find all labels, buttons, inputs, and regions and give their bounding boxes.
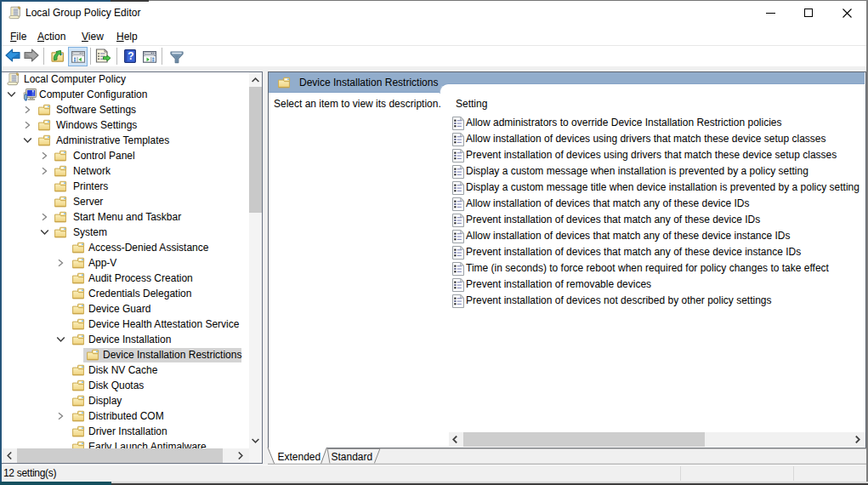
svg-text:Extended: Extended	[278, 451, 321, 463]
svg-text:Standard: Standard	[332, 451, 373, 463]
